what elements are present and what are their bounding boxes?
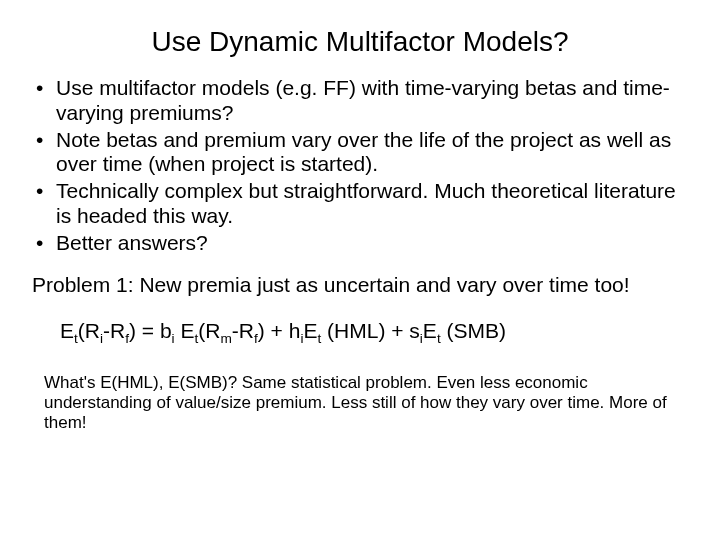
footnote: What's E(HML), E(SMB)? Same statistical … [44,373,676,434]
eq-part: E [175,319,195,342]
eq-part: E [303,319,317,342]
equation: Et(Ri-Rf) = bi Et(Rm-Rf) + hiEt (HML) + … [60,319,690,346]
eq-sub: m [220,332,231,347]
eq-part: -R [232,319,254,342]
slide-title: Use Dynamic Multifactor Models? [30,26,690,58]
eq-part: E [423,319,437,342]
eq-part: (R [198,319,220,342]
list-item: Note betas and premium vary over the lif… [30,128,690,178]
eq-part: (R [78,319,100,342]
list-item: Use multifactor models (e.g. FF) with ti… [30,76,690,126]
problem-statement: Problem 1: New premia just as uncertain … [32,273,690,297]
list-item: Better answers? [30,231,690,256]
slide: Use Dynamic Multifactor Models? Use mult… [0,0,720,540]
list-item: Technically complex but straightforward.… [30,179,690,229]
eq-part: E [60,319,74,342]
eq-part: ) + h [258,319,301,342]
eq-part: ) = b [129,319,172,342]
eq-part: (SMB) [441,319,506,342]
eq-part: (HML) + s [321,319,420,342]
eq-part: -R [103,319,125,342]
bullet-list: Use multifactor models (e.g. FF) with ti… [30,76,690,255]
